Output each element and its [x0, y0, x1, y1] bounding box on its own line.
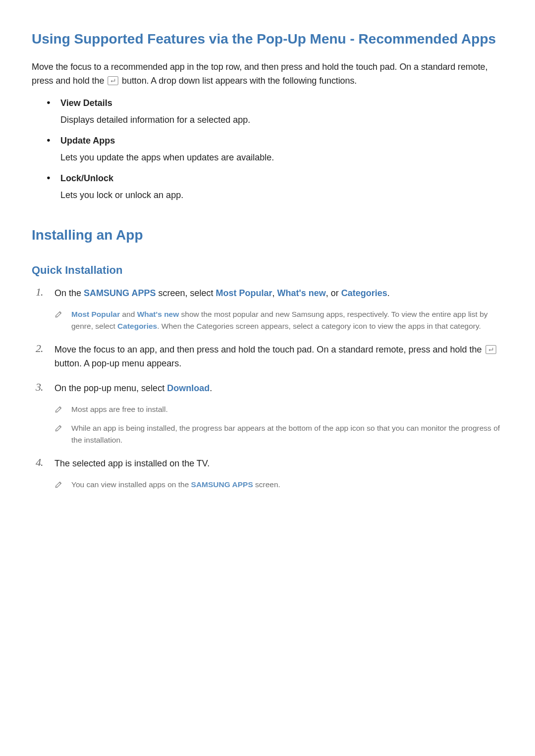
step-text: On the SAMSUNG APPS screen, select Most …: [54, 287, 503, 301]
text: screen, select: [156, 288, 215, 298]
text: and: [120, 310, 137, 318]
highlight-samsung-apps: SAMSUNG APPS: [191, 480, 253, 489]
text: While an app is being installed, the pro…: [71, 424, 500, 444]
feature-title: Update Apps: [47, 136, 503, 146]
text: screen.: [253, 480, 280, 489]
pencil-note-icon: [54, 309, 63, 318]
text: On the pop-up menu, select: [54, 383, 167, 393]
step-text: On the pop-up menu, select Download.: [54, 382, 503, 396]
text: Move the focus to an app, and then press…: [54, 345, 484, 354]
intro-paragraph: Move the focus to a recommended app in t…: [32, 60, 503, 88]
popup-features-list: View Details Displays detailed informati…: [47, 98, 503, 202]
list-item: On the pop-up menu, select Download. Mos…: [36, 382, 503, 446]
text: .: [387, 288, 390, 298]
feature-desc: Displays detailed information for a sele…: [47, 115, 250, 125]
list-item: Move the focus to an app, and then press…: [36, 343, 503, 371]
feature-title: Lock/Unlock: [47, 173, 503, 184]
text: You can view installed apps on the: [71, 480, 191, 489]
highlight-samsung-apps: SAMSUNG APPS: [84, 288, 156, 298]
highlight-download: Download: [167, 383, 210, 393]
highlight-whats-new: What's new: [137, 310, 179, 318]
list-item: The selected app is installed on the TV.…: [36, 457, 503, 491]
heading-installing-app: Installing an App: [32, 226, 503, 245]
installation-steps: On the SAMSUNG APPS screen, select Most …: [36, 287, 503, 491]
feature-desc: Lets you lock or unlock an app.: [47, 190, 183, 200]
highlight-most-popular: Most Popular: [71, 310, 120, 318]
note: While an app is being installed, the pro…: [54, 422, 503, 446]
heading-popup-menu: Using Supported Features via the Pop-Up …: [32, 30, 503, 49]
text: , or: [326, 288, 341, 298]
text: .: [210, 383, 212, 393]
text: ,: [272, 288, 277, 298]
enter-button-icon: [485, 345, 496, 354]
subheading-quick-installation: Quick Installation: [32, 264, 503, 277]
note: Most apps are free to install.: [54, 403, 503, 415]
note: Most Popular and What's new show the mos…: [54, 308, 503, 332]
highlight-most-popular: Most Popular: [215, 288, 272, 298]
highlight-whats-new: What's new: [277, 288, 326, 298]
list-item: On the SAMSUNG APPS screen, select Most …: [36, 287, 503, 332]
list-item: Lock/Unlock Lets you lock or unlock an a…: [47, 173, 503, 202]
text: On the: [54, 288, 84, 298]
pencil-note-icon: [54, 480, 63, 489]
feature-title: View Details: [47, 98, 503, 108]
highlight-categories: Categories: [117, 322, 157, 330]
list-item: Update Apps Lets you update the apps whe…: [47, 136, 503, 164]
feature-desc: Lets you update the apps when updates ar…: [47, 152, 274, 162]
step-text: Move the focus to an app, and then press…: [54, 343, 503, 371]
text: button. A pop-up menu appears.: [54, 358, 181, 368]
highlight-categories: Categories: [341, 288, 387, 298]
list-item: View Details Displays detailed informati…: [47, 98, 503, 127]
text: . When the Categories screen appears, se…: [157, 322, 481, 330]
pencil-note-icon: [54, 404, 63, 413]
enter-button-icon: [107, 76, 118, 85]
note: You can view installed apps on the SAMSU…: [54, 479, 503, 491]
text: Most apps are free to install.: [71, 405, 168, 413]
intro-text-post: button. A drop down list appears with th…: [119, 76, 357, 86]
pencil-note-icon: [54, 423, 63, 432]
step-text: The selected app is installed on the TV.: [54, 457, 503, 471]
